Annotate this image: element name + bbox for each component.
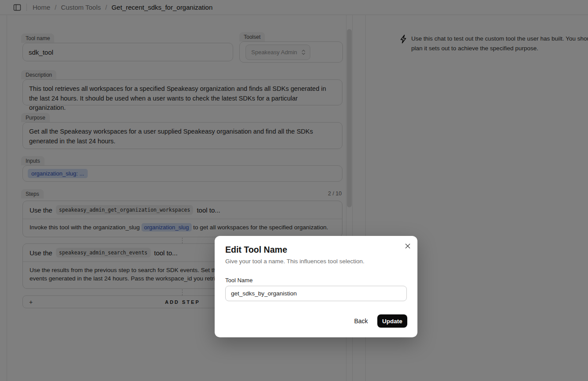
dialog-tool-name-field xyxy=(225,286,407,301)
update-button[interactable]: Update xyxy=(377,314,407,328)
edit-tool-name-dialog: Edit Tool Name Give your tool a name. Th… xyxy=(215,236,417,337)
dialog-tool-name-input[interactable] xyxy=(226,286,406,301)
dialog-subtitle: Give your tool a name. This influences t… xyxy=(225,258,365,265)
dialog-title: Edit Tool Name xyxy=(225,245,287,255)
close-icon[interactable] xyxy=(404,242,412,250)
dialog-tool-name-label: Tool Name xyxy=(225,277,253,284)
back-button[interactable]: Back xyxy=(348,314,374,328)
